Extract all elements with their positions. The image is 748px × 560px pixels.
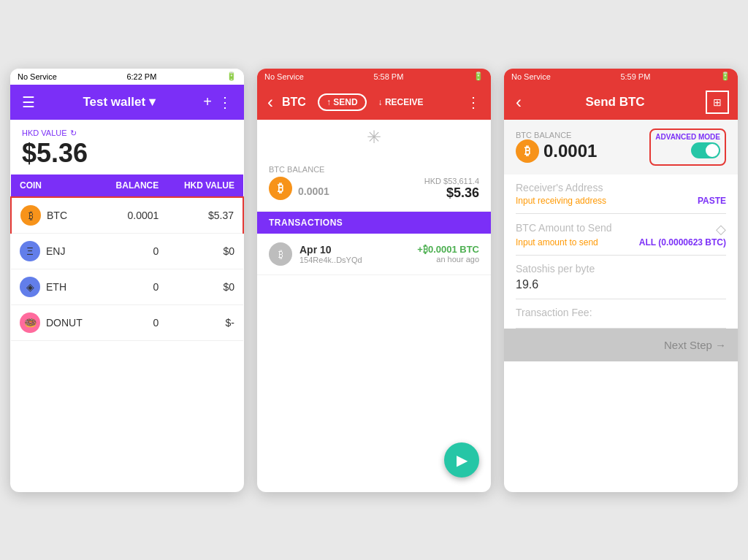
transactions-header: TRANSACTIONS [257, 212, 491, 234]
form-hint-right[interactable]: PASTE [698, 196, 726, 206]
form-field: Transaction Fee: [516, 299, 726, 329]
table-row[interactable]: Ξ ENJ 0 $0 [11, 233, 243, 269]
tx-amount: +₿0.0001 BTC an hour ago [417, 244, 479, 264]
refresh-icon[interactable]: ↻ [70, 129, 77, 138]
coin-hkd: $0 [167, 269, 243, 304]
status-left-1: No Service [18, 72, 57, 81]
form-hint-left: Input receiving address [516, 196, 606, 206]
s3-title: Send BTC [524, 95, 706, 110]
btc-circle-icon: ₿ [269, 177, 292, 200]
screen1-wallet: No Service 6:22 PM 🔋 ☰ Test wallet ▾ + ⋮… [10, 69, 244, 492]
tx-btc-amount: +₿0.0001 BTC [417, 244, 479, 255]
coin-symbol: BTC [47, 210, 67, 221]
coin-balance: 0 [100, 233, 167, 269]
back-icon-2[interactable]: ‹ [264, 92, 276, 112]
send-button[interactable]: ↑ SEND [318, 93, 367, 111]
coin-icon: ◈ [20, 277, 40, 297]
tx-date: Apr 10 [299, 244, 410, 256]
tx-icon: ₿ [269, 242, 292, 266]
qr-icon[interactable]: ⊞ [706, 91, 729, 114]
s2-balance-label: BTC BALANCE [269, 165, 479, 174]
table-row[interactable]: ◈ ETH 0 $0 [11, 269, 243, 304]
hkd-label: HKD VALUE ↻ [22, 129, 232, 138]
coin-icon: 🍩 [20, 312, 40, 333]
status-bar-3: No Service 5:59 PM 🔋 [504, 69, 738, 85]
status-left-3: No Service [511, 72, 551, 81]
coin-icon: ₿ [20, 205, 41, 226]
coin-balance: 0 [100, 304, 167, 340]
hkd-value: $5.36 [22, 138, 232, 169]
col-hkd: HKD VALUE [167, 174, 243, 197]
send-fab-button[interactable]: ▶ [444, 442, 479, 477]
advanced-mode-toggle[interactable] [691, 142, 720, 158]
coin-symbol: ENJ [46, 245, 65, 257]
screen3-send: No Service 5:59 PM 🔋 ‹ Send BTC ⊞ BTC BA… [504, 69, 738, 492]
form-field-label: BTC Amount to Send [516, 222, 612, 234]
tx-info: Apr 10 154Re4k..DsYQd [299, 244, 410, 264]
status-center-3: 5:59 PM [620, 72, 650, 81]
col-coin: COIN [11, 174, 100, 197]
send-icon: ◇ [716, 221, 726, 237]
more-icon[interactable]: ⋮ [215, 93, 235, 111]
advanced-mode-section: ADVANCED MODE [649, 129, 726, 166]
btc-header: ‹ BTC ↑ SEND ↓ RECEIVE ⋮ [257, 85, 491, 120]
form-field-label: Receiver's Address [516, 182, 603, 193]
transaction-item[interactable]: ₿ Apr 10 154Re4k..DsYQd +₿0.0001 BTC an … [257, 234, 491, 275]
coin-table-container: COIN BALANCE HKD VALUE ₿ BTC 0.0001 $5.3… [10, 174, 244, 341]
menu-icon[interactable]: ☰ [19, 93, 38, 111]
more-icon-2[interactable]: ⋮ [463, 93, 484, 111]
header-bar-1: ☰ Test wallet ▾ + ⋮ [10, 85, 244, 120]
coin-symbol: DONUT [46, 317, 83, 329]
screen2-btc: No Service 5:58 PM 🔋 ‹ BTC ↑ SEND ↓ RECE… [257, 69, 491, 492]
s3-header: ‹ Send BTC ⊞ [504, 85, 738, 120]
form-field: Satoshis per byte 19.6 [516, 256, 726, 299]
coin-hkd: $5.37 [167, 197, 243, 234]
s3-balance-section: BTC BALANCE ₿ 0.0001 ADVANCED MODE [504, 120, 738, 174]
form-field-label: Transaction Fee: [516, 307, 592, 318]
s3-balance-num: 0.0001 [543, 141, 597, 161]
s2-hkd-right: HKD $53,611.4 $5.36 [424, 177, 479, 201]
status-bar-1: No Service 6:22 PM 🔋 [10, 69, 244, 85]
status-right-3: 🔋 [720, 72, 730, 81]
s3-balance-left: BTC BALANCE ₿ 0.0001 [516, 131, 597, 163]
status-right-2: 🔋 [473, 72, 484, 81]
status-center-1: 6:22 PM [126, 72, 156, 81]
add-icon[interactable]: + [200, 93, 215, 110]
tx-hash: 154Re4k..DsYQd [299, 256, 410, 264]
transaction-list: ₿ Apr 10 154Re4k..DsYQd +₿0.0001 BTC an … [257, 234, 491, 275]
coin-balance: 0 [100, 269, 167, 304]
form-hint-right: ALL (0.0000623 BTC) [639, 237, 726, 248]
status-left-2: No Service [264, 72, 304, 81]
col-balance: BALANCE [100, 174, 167, 197]
send-form: Receiver's Address Input receiving addre… [504, 174, 738, 329]
hkd-section: HKD VALUE ↻ $5.36 [10, 120, 244, 174]
coin-hkd: $- [167, 304, 243, 340]
coin-table: COIN BALANCE HKD VALUE ₿ BTC 0.0001 $5.3… [10, 174, 244, 341]
btc-title: BTC [282, 96, 306, 109]
status-center-2: 5:58 PM [373, 72, 403, 81]
coin-symbol: ETH [46, 281, 66, 293]
s2-balance-section: BTC BALANCE ₿ 0.0001 HKD $53,611.4 $5.36 [257, 155, 491, 212]
receive-button[interactable]: ↓ RECEIVE [378, 97, 424, 107]
form-hint-left: Input amount to send [516, 237, 598, 248]
s2-balance-num: 0.0001 [298, 177, 329, 200]
form-value: 19.6 [516, 278, 726, 291]
s3-btc-icon: ₿ [516, 139, 539, 163]
coin-icon: Ξ [20, 241, 40, 261]
s3-balance-row: ₿ 0.0001 [516, 139, 597, 163]
form-field-label: Satoshis per byte [516, 263, 595, 275]
send-fab-icon: ▶ [457, 451, 468, 469]
form-field: BTC Amount to Send ◇ Input amount to sen… [516, 214, 726, 256]
status-bar-2: No Service 5:58 PM 🔋 [257, 69, 491, 85]
back-icon-3[interactable]: ‹ [513, 92, 524, 112]
coin-balance: 0.0001 [100, 197, 167, 234]
coin-hkd: $0 [167, 233, 243, 269]
status-right-1: 🔋 [226, 72, 237, 81]
form-field: Receiver's Address Input receiving addre… [516, 174, 726, 214]
wallet-title[interactable]: Test wallet ▾ [38, 94, 200, 110]
table-row[interactable]: ₿ BTC 0.0001 $5.37 [11, 197, 243, 234]
table-row[interactable]: 🍩 DONUT 0 $- [11, 304, 243, 340]
loading-spinner: ✳ [257, 120, 491, 155]
next-step-button[interactable]: Next Step → [504, 329, 738, 361]
tx-time: an hour ago [417, 255, 479, 264]
